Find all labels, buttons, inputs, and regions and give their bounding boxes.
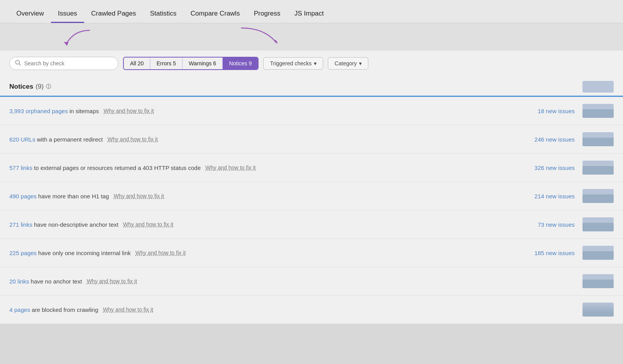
new-issues-count: 73 new issues: [524, 221, 575, 228]
issue-row: 20 links have no anchor text Why and how…: [0, 267, 623, 296]
issue-text: 225 pages have only one incoming interna…: [9, 250, 521, 256]
section-count: (9): [35, 83, 44, 91]
mini-chart: [583, 132, 614, 146]
triggered-checks-label: Triggered checks: [270, 60, 312, 66]
issue-link[interactable]: 577 links: [9, 164, 32, 171]
issue-link[interactable]: 4 pages: [9, 306, 30, 313]
filter-tabs: All 20 Errors 5 Warnings 6 Notices 9: [123, 57, 259, 70]
section-title-group: Notices (9) ⓘ: [9, 83, 51, 91]
issue-text: 577 links to external pages or resources…: [9, 164, 521, 171]
new-issues-count: 214 new issues: [524, 193, 575, 200]
issue-link[interactable]: 620 URLs: [9, 136, 35, 143]
tab-all[interactable]: All 20: [124, 58, 150, 69]
new-issues-count: 185 new issues: [524, 250, 575, 256]
why-fix-link[interactable]: Why and how to fix it: [123, 221, 173, 228]
tab-notices[interactable]: Notices 9: [223, 58, 258, 69]
purple-arrow-right-icon: [234, 24, 288, 49]
search-input[interactable]: [24, 60, 102, 66]
issue-link[interactable]: 20 links: [9, 278, 29, 285]
nav-crawled-pages[interactable]: Crawled Pages: [84, 10, 143, 23]
new-issues-count: 246 new issues: [524, 136, 575, 143]
issue-link[interactable]: 3,993 orphaned pages: [9, 108, 68, 114]
issue-link[interactable]: 271 links: [9, 221, 32, 228]
issue-row: 577 links to external pages or resources…: [0, 154, 623, 182]
nav-issues[interactable]: Issues: [51, 10, 84, 23]
mini-chart: [583, 246, 614, 260]
chevron-down-icon-2: ▾: [359, 60, 362, 66]
issue-text: 3,993 orphaned pages in sitemaps Why and…: [9, 108, 521, 114]
why-fix-link[interactable]: Why and how to fix it: [104, 108, 154, 114]
why-fix-link[interactable]: Why and how to fix it: [114, 193, 164, 199]
issue-description: to external pages or resources returned …: [34, 164, 201, 171]
mini-chart: [583, 189, 614, 203]
nav-js-impact[interactable]: JS Impact: [287, 10, 331, 23]
section-action-button[interactable]: [583, 81, 614, 93]
issue-text: 20 links have no anchor text Why and how…: [9, 278, 521, 285]
issue-description: have non-descriptive anchor text: [34, 221, 118, 228]
new-issues-count: 18 new issues: [524, 108, 575, 114]
issue-text: 4 pages are blocked from crawling Why an…: [9, 306, 521, 313]
issue-description: with a permanent redirect: [37, 136, 103, 143]
nav-overview[interactable]: Overview: [9, 10, 51, 23]
svg-line-3: [19, 64, 21, 65]
section-title-text: Notices: [9, 83, 33, 91]
mini-chart: [583, 104, 614, 118]
issue-row: 4 pages are blocked from crawling Why an…: [0, 296, 623, 324]
svg-marker-0: [64, 42, 69, 46]
why-fix-link[interactable]: Why and how to fix it: [103, 306, 153, 313]
main-content: All 20 Errors 5 Warnings 6 Notices 9 Tri…: [0, 51, 623, 324]
nav-progress[interactable]: Progress: [247, 10, 287, 23]
search-icon: [15, 60, 21, 67]
why-fix-link[interactable]: Why and how to fix it: [136, 250, 186, 256]
mini-chart: [583, 217, 614, 231]
arrow-annotation-area: [0, 23, 623, 51]
tab-warnings[interactable]: Warnings 6: [183, 58, 223, 69]
why-fix-link[interactable]: Why and how to fix it: [87, 278, 137, 284]
issue-description: in sitemaps: [69, 108, 99, 114]
issues-list: 3,993 orphaned pages in sitemaps Why and…: [0, 97, 623, 324]
issue-link[interactable]: 225 pages: [9, 250, 37, 256]
new-issues-count: 326 new issues: [524, 164, 575, 171]
purple-arrow-left-icon: [58, 26, 105, 50]
issue-row: 3,993 orphaned pages in sitemaps Why and…: [0, 97, 623, 125]
category-dropdown[interactable]: Category ▾: [328, 57, 368, 70]
issue-description: have no anchor text: [31, 278, 82, 285]
triggered-checks-dropdown[interactable]: Triggered checks ▾: [263, 57, 323, 70]
nav-statistics[interactable]: Statistics: [143, 10, 183, 23]
filter-bar: All 20 Errors 5 Warnings 6 Notices 9 Tri…: [0, 51, 623, 76]
why-fix-link[interactable]: Why and how to fix it: [107, 136, 158, 142]
issue-text: 490 pages have more than one H1 tag Why …: [9, 193, 521, 200]
section-header: Notices (9) ⓘ: [0, 76, 623, 96]
nav-compare-crawls[interactable]: Compare Crawls: [183, 10, 247, 23]
issue-row: 490 pages have more than one H1 tag Why …: [0, 182, 623, 210]
why-fix-link[interactable]: Why and how to fix it: [206, 164, 256, 171]
issue-description: have only one incoming internal link: [38, 250, 131, 256]
tab-errors[interactable]: Errors 5: [150, 58, 183, 69]
issue-row: 225 pages have only one incoming interna…: [0, 239, 623, 267]
chevron-down-icon: ▾: [314, 60, 317, 66]
category-label: Category: [334, 60, 357, 66]
mini-chart: [583, 161, 614, 175]
issue-row: 271 links have non-descriptive anchor te…: [0, 210, 623, 239]
issue-description: have more than one H1 tag: [38, 193, 109, 200]
top-nav: Overview Issues Crawled Pages Statistics…: [0, 0, 623, 23]
issue-description: are blocked from crawling: [32, 306, 98, 313]
mini-chart: [583, 303, 614, 317]
issue-link[interactable]: 490 pages: [9, 193, 37, 200]
search-box[interactable]: [9, 57, 118, 70]
issue-text: 271 links have non-descriptive anchor te…: [9, 221, 521, 228]
issue-text: 620 URLs with a permanent redirect Why a…: [9, 136, 521, 143]
issue-row: 620 URLs with a permanent redirect Why a…: [0, 125, 623, 154]
info-icon[interactable]: ⓘ: [46, 83, 51, 90]
mini-chart: [583, 274, 614, 288]
